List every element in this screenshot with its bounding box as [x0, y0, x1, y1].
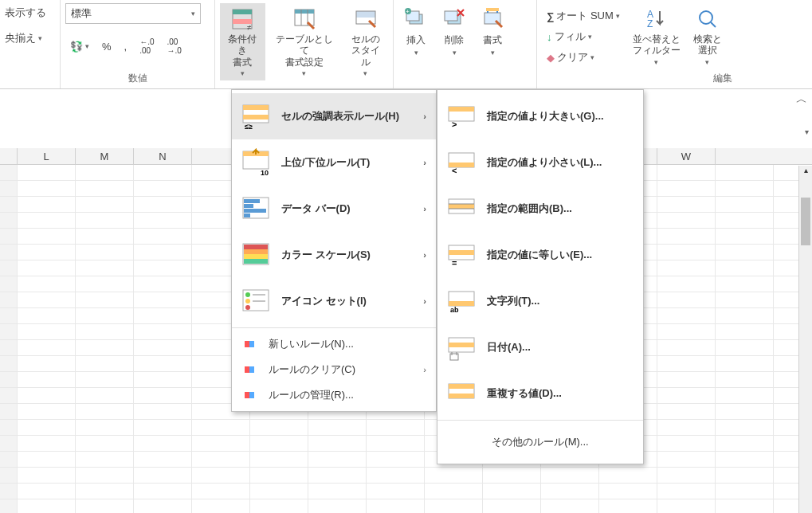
- less-than-item[interactable]: < 指定の値より小さい(L)...: [437, 139, 643, 186]
- cell[interactable]: [657, 324, 716, 339]
- cell[interactable]: [425, 484, 483, 499]
- conditional-format-button[interactable]: ≠ 条件付き 書式 ▾: [220, 3, 265, 80]
- cell[interactable]: [250, 484, 308, 499]
- cell[interactable]: [541, 468, 599, 483]
- cell[interactable]: [134, 388, 192, 403]
- scrollbar-thumb[interactable]: [801, 198, 810, 245]
- cell[interactable]: [18, 245, 76, 260]
- clear-rules-item[interactable]: ルールのクリア(C) ›: [232, 357, 436, 382]
- cell[interactable]: [134, 308, 192, 323]
- cell[interactable]: [716, 452, 774, 467]
- cell[interactable]: [76, 388, 134, 403]
- cell[interactable]: [716, 484, 774, 499]
- cell[interactable]: [716, 260, 774, 276]
- cell[interactable]: [483, 468, 541, 483]
- cell[interactable]: [657, 276, 716, 292]
- cell[interactable]: [657, 484, 716, 499]
- col-header[interactable]: W: [657, 148, 716, 164]
- cell[interactable]: [134, 197, 192, 212]
- row-header[interactable]: [0, 468, 18, 483]
- sort-filter-button[interactable]: AZ 並べ替えと フィルター ▾: [628, 3, 685, 69]
- row-header[interactable]: [0, 213, 18, 228]
- row-header[interactable]: [0, 372, 18, 387]
- cell-styles-button[interactable]: セルの スタイル ▾: [343, 3, 388, 80]
- fill-button[interactable]: ↓ フィル ▾: [542, 27, 625, 46]
- cell[interactable]: [134, 499, 192, 513]
- cell[interactable]: [134, 420, 192, 435]
- cell[interactable]: [716, 356, 774, 371]
- greater-than-item[interactable]: > 指定の値より大きい(G)...: [437, 93, 643, 139]
- cell[interactable]: [657, 197, 716, 212]
- cell[interactable]: [18, 260, 76, 276]
- icon-sets-item[interactable]: アイコン セット(I) ›: [232, 278, 436, 324]
- cell[interactable]: [716, 229, 774, 244]
- highlight-rules-item[interactable]: ≤≥ セルの強調表示ルール(H) ›: [232, 93, 436, 139]
- format-as-table-button[interactable]: テーブルとして 書式設定 ▾: [269, 3, 340, 80]
- find-select-button[interactable]: 検索と 選択 ▾: [688, 3, 727, 69]
- cell[interactable]: [134, 484, 192, 499]
- name-box-dropdown[interactable]: ▾: [805, 127, 809, 136]
- data-bars-item[interactable]: データ バー(D) ›: [232, 186, 436, 232]
- clear-button[interactable]: ◆ クリア ▾: [542, 48, 625, 67]
- row-header[interactable]: [0, 308, 18, 323]
- cell[interactable]: [192, 484, 250, 499]
- cell[interactable]: [250, 452, 308, 467]
- cell[interactable]: [657, 165, 716, 180]
- cell[interactable]: [308, 436, 367, 451]
- row-header[interactable]: [0, 292, 18, 307]
- col-header[interactable]: N: [134, 148, 192, 164]
- cell[interactable]: [76, 308, 134, 323]
- collapse-ribbon-button[interactable]: ︿: [796, 92, 807, 107]
- cell[interactable]: [599, 468, 657, 483]
- cell[interactable]: [76, 197, 134, 212]
- cell[interactable]: [716, 197, 774, 212]
- cell[interactable]: [716, 181, 774, 196]
- cell[interactable]: [18, 484, 76, 499]
- row-header[interactable]: [0, 229, 18, 244]
- row-header[interactable]: [0, 260, 18, 276]
- cell[interactable]: [657, 356, 716, 371]
- between-item[interactable]: 指定の範囲内(B)...: [437, 186, 643, 232]
- select-all-corner[interactable]: [0, 148, 18, 164]
- cell[interactable]: [657, 245, 716, 260]
- cell[interactable]: [134, 324, 192, 339]
- cell[interactable]: [657, 340, 716, 355]
- cell[interactable]: [134, 245, 192, 260]
- cell[interactable]: [367, 436, 425, 451]
- autosum-button[interactable]: ∑ オート SUM ▾: [542, 6, 625, 25]
- cell[interactable]: [134, 260, 192, 276]
- cell[interactable]: [657, 213, 716, 228]
- cell[interactable]: [716, 165, 774, 180]
- cell[interactable]: [76, 245, 134, 260]
- cell[interactable]: [192, 499, 250, 513]
- row-header[interactable]: [0, 197, 18, 212]
- cell[interactable]: [18, 292, 76, 307]
- cell[interactable]: [657, 436, 716, 451]
- insert-button[interactable]: + 挿入 ▾: [398, 3, 433, 60]
- cell[interactable]: [76, 292, 134, 307]
- comma-button[interactable]: ,: [120, 38, 132, 55]
- cell[interactable]: [134, 372, 192, 387]
- percent-button[interactable]: %: [97, 38, 116, 55]
- cell[interactable]: [18, 276, 76, 292]
- cell[interactable]: [367, 420, 425, 435]
- row-header[interactable]: [0, 436, 18, 451]
- cell[interactable]: [76, 165, 134, 180]
- cell[interactable]: [76, 404, 134, 419]
- cell[interactable]: [716, 468, 774, 483]
- decrease-decimal-button[interactable]: .00→.0: [163, 35, 186, 57]
- cell[interactable]: [367, 484, 425, 499]
- cell[interactable]: [657, 181, 716, 196]
- cell[interactable]: [367, 468, 425, 483]
- cell[interactable]: [18, 499, 76, 513]
- cell[interactable]: [483, 499, 541, 513]
- cell[interactable]: [18, 324, 76, 339]
- cell[interactable]: [76, 276, 134, 292]
- cell[interactable]: [134, 340, 192, 355]
- cell[interactable]: [18, 340, 76, 355]
- top-bottom-rules-item[interactable]: 10 上位/下位ルール(T) ›: [232, 139, 436, 186]
- cell[interactable]: [716, 499, 774, 513]
- cell[interactable]: [76, 260, 134, 276]
- wrap-text-button[interactable]: 表示する: [0, 3, 51, 22]
- cell[interactable]: [657, 260, 716, 276]
